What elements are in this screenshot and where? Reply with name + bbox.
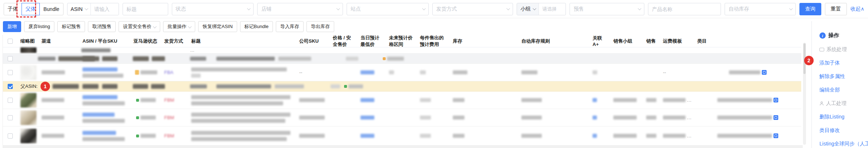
product-thumbnail[interactable] (20, 47, 36, 53)
row-checkbox[interactable] (8, 98, 13, 103)
auto-stock-placeholder: 自动库存 (729, 6, 749, 12)
est-fee-cell (417, 64, 450, 81)
fulfillment-badge: FBM (164, 97, 174, 103)
col-sales-group: 销售小组 (610, 38, 643, 44)
site-select[interactable]: 站点 (347, 3, 429, 15)
row-checkbox[interactable] (8, 56, 13, 61)
panel-action-category-edit[interactable]: 类目修改 (819, 127, 868, 134)
price-link-redacted[interactable] (360, 116, 374, 120)
row-checkbox[interactable] (8, 115, 13, 120)
asin-link-redacted[interactable] (82, 95, 117, 99)
presale-select[interactable]: 预售 (570, 3, 644, 15)
panel-action-delete-listing[interactable]: 删除Listing (819, 114, 868, 120)
product-thumbnail[interactable] (20, 129, 36, 143)
category-detail-icon[interactable] (774, 98, 778, 102)
table-row: FBM … (3, 109, 801, 126)
redacted-text (420, 134, 431, 138)
product-name-input[interactable] (648, 3, 721, 15)
price-link-redacted[interactable] (360, 98, 374, 102)
row-checkbox[interactable] (8, 70, 13, 75)
panel-action-remove-multi-attr[interactable]: 解除多属性 (819, 73, 868, 80)
redacted-text (521, 116, 542, 120)
category-detail-icon[interactable] (774, 133, 778, 138)
price-cell (330, 91, 358, 109)
row-checkbox[interactable] (8, 133, 13, 139)
set-safe-price-label: 设置安全售价 (123, 23, 151, 30)
group-value-select[interactable]: 请选择 (539, 3, 566, 15)
group-label-select[interactable]: 小组 (517, 3, 539, 15)
title-input[interactable] (123, 3, 168, 15)
sales-cell (643, 126, 660, 145)
product-thumbnail[interactable] (20, 110, 36, 125)
asin-input[interactable] (91, 3, 118, 15)
operations-header: i 操作 (819, 32, 868, 39)
asin-link-redacted[interactable] (82, 131, 116, 135)
chevron-down-icon (789, 7, 793, 10)
reset-button[interactable]: 重置 (825, 3, 847, 15)
fulfillment-badge: FBA (164, 70, 173, 75)
col-price: 价格 / 安全售价 (330, 35, 358, 48)
chevron-down-icon (153, 24, 157, 28)
select-all-checkbox[interactable] (8, 39, 13, 44)
redacted-text (82, 56, 99, 61)
tab-parent[interactable]: 父体 (22, 3, 40, 15)
status-select[interactable]: 状态 (172, 3, 254, 15)
add-button[interactable]: 新增 (3, 21, 21, 32)
product-thumbnail[interactable] (20, 93, 36, 108)
row-checkbox-cell (3, 47, 18, 53)
horizontal-scrollbar[interactable] (3, 145, 803, 148)
annotation-badge-2: 2 (804, 56, 814, 65)
batch-actions-button[interactable]: 批量操作 (163, 21, 195, 32)
redacted-text (216, 57, 275, 61)
redacted-text (646, 116, 656, 120)
asin-link-redacted[interactable] (82, 113, 115, 117)
col-sales: 销售 (643, 38, 660, 44)
price-link-redacted[interactable] (360, 134, 374, 138)
asin-type-select[interactable]: ASIN (67, 3, 91, 15)
row-checkbox-cell (3, 109, 18, 126)
status-green-dot (136, 99, 139, 102)
mark-bundle-button[interactable]: 标记Bundle (240, 21, 273, 32)
panel-action-global-sync[interactable]: Listing全球同步（人工 (819, 141, 868, 147)
set-safe-price-button[interactable]: 设置安全售价 (119, 21, 160, 32)
sales-cell (643, 64, 660, 81)
search-button[interactable]: 查询 (799, 3, 821, 15)
today-min-price-cell (358, 109, 386, 126)
redacted-text (191, 113, 290, 117)
panel-action-add-child[interactable]: 添加子体 (819, 60, 868, 66)
panel-section-label: 系统处理 (826, 46, 847, 53)
import-stock-button[interactable]: 导入库存 (276, 21, 304, 32)
tab-child[interactable]: 子体 (4, 3, 22, 15)
redacted-text (42, 98, 64, 102)
asin-link-redacted[interactable] (82, 67, 117, 71)
redacted-text (81, 48, 111, 52)
title-cell (188, 109, 296, 126)
person-icon (819, 101, 824, 106)
panel-section-label: 人工处理 (826, 100, 846, 107)
shop-select[interactable]: 店铺 (257, 3, 343, 15)
redacted-text (42, 134, 64, 138)
discard-listing-button[interactable]: 废弃listing (24, 21, 54, 32)
delivery-method-select[interactable]: 发货方式 (432, 3, 513, 15)
mark-presale-button[interactable]: 标记预售 (57, 21, 85, 32)
sales-group-cell (610, 91, 643, 109)
row-checkbox-checked[interactable] (8, 84, 13, 89)
collapse-link[interactable]: 收起∧ (850, 6, 864, 12)
asin-cell (80, 91, 131, 109)
auto-stock-rule-cell (518, 64, 590, 81)
product-thumbnail[interactable] (20, 65, 36, 80)
cancel-presale-button[interactable]: 取消预售 (88, 21, 116, 32)
export-stock-button[interactable]: 导出库存 (306, 21, 334, 32)
rebind-asin-button[interactable]: 恢复绑定ASIN (198, 21, 237, 32)
price-link-redacted[interactable] (360, 70, 374, 74)
channel-cell (39, 64, 80, 81)
redacted-text (42, 70, 65, 74)
future-range-cell (386, 91, 417, 109)
auto-stock-select[interactable]: 自动库存 (725, 3, 796, 15)
tab-bundle[interactable]: Bundle (39, 3, 63, 15)
chevron-down-icon (85, 7, 88, 10)
category-detail-icon[interactable] (762, 70, 767, 75)
status-green-dot (344, 85, 347, 88)
panel-action-edit-all[interactable]: 编辑全部 (819, 87, 868, 93)
category-detail-icon[interactable] (774, 115, 778, 120)
